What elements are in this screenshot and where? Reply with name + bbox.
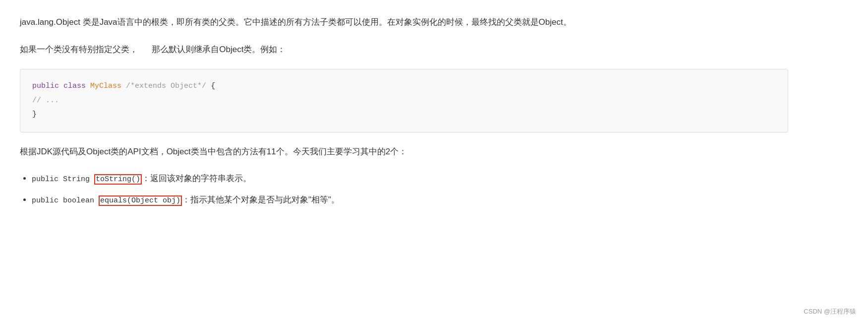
code-comment-dots: // ... [32, 96, 59, 105]
bullet2-method: equals(Object obj) [99, 195, 182, 206]
code-line-3: } [32, 108, 776, 122]
code-brace-close: } [32, 110, 37, 119]
bullet1-pre: public String [32, 175, 94, 184]
paragraph-1: java.lang.Object 类是Java语言中的根类，即所有类的父类。它中… [20, 15, 788, 30]
keyword-public: public [32, 82, 59, 90]
class-name-myclass: MyClass [90, 82, 121, 90]
list-item-equals: public boolean equals(Object obj)：指示其他某个… [32, 193, 788, 208]
code-line-1: public class MyClass /*extends Object*/ … [32, 79, 776, 94]
method-list: public String toString()：返回该对象的字符串表示。 pu… [32, 171, 788, 207]
bullet1-method: toString() [94, 174, 142, 185]
bullet2-pre: public boolean [32, 196, 99, 205]
bullet2-post: ：指示其他某个对象是否与此对象"相等"。 [182, 195, 340, 204]
watermark-text: CSDN @汪程序猿 [804, 308, 856, 315]
paragraph-3: 根据JDK源代码及Object类的API文档，Object类当中包含的方法有11… [20, 144, 788, 160]
list-item-tostring: public String toString()：返回该对象的字符串表示。 [32, 171, 788, 187]
code-block: public class MyClass /*extends Object*/ … [20, 69, 788, 132]
code-comment: /*extends Object*/ [126, 82, 206, 90]
p3-text: 根据JDK源代码及Object类的API文档，Object类当中包含的方法有11… [20, 147, 407, 156]
watermark: CSDN @汪程序猿 [804, 307, 856, 316]
paragraph-2: 如果一个类没有特别指定父类， 那么默认则继承自Object类。例如： [20, 42, 788, 58]
content-area: java.lang.Object 类是Java语言中的根类，即所有类的父类。它中… [20, 15, 788, 207]
keyword-class: class [63, 82, 86, 90]
p2-part2: 那么默认则继承自Object类。例如： [152, 45, 286, 54]
p1-text: java.lang.Object 类是Java语言中的根类，即所有类的父类。它中… [20, 17, 572, 27]
p2-part1: 如果一个类没有特别指定父类， [20, 45, 138, 54]
code-line-2: // ... [32, 94, 776, 108]
code-brace-open: { [211, 82, 215, 90]
bullet1-post: ：返回该对象的字符串表示。 [142, 174, 251, 183]
